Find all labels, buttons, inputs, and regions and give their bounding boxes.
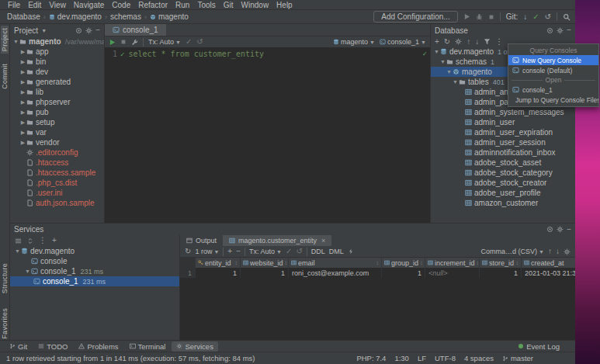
refresh-icon[interactable]: ↻ [444, 38, 450, 46]
inspections-ok-icon[interactable]: ✓ [423, 50, 427, 57]
grid-corner-cell[interactable] [180, 258, 196, 268]
tree-row-folder[interactable]: ▶app [10, 47, 104, 57]
chevron-collapsed-icon[interactable]: ▶ [19, 79, 26, 85]
popup-item-console-default[interactable]: console (Default) [508, 65, 598, 75]
chevron-expanded-icon[interactable]: ▼ [452, 79, 459, 85]
toolwindow-button-problems[interactable]: Problems [74, 341, 123, 352]
gear-icon[interactable] [557, 27, 564, 34]
tree-row-folder[interactable]: ▶phpserver [10, 97, 104, 107]
add-configuration-button[interactable]: Add Configuration... [373, 11, 457, 23]
cell-email[interactable]: roni_cost@example.com [289, 268, 382, 278]
menu-refactor[interactable]: Refactor [134, 0, 172, 10]
chevron-collapsed-icon[interactable]: ▶ [19, 130, 26, 136]
tx-mode-selector[interactable]: Tx: Auto ▼ [249, 248, 282, 255]
breadcrumb-database[interactable]: Database [5, 12, 43, 21]
indent-widget[interactable]: 4 spaces [464, 354, 494, 362]
cell-entity-id[interactable]: 1 [196, 268, 241, 278]
chevron-expanded-icon[interactable]: ▼ [446, 69, 453, 75]
column-header-email[interactable]: email↕ [289, 258, 382, 268]
toolwindow-button-todo[interactable]: TODO [33, 341, 72, 352]
tree-row-folder[interactable]: ▶var [10, 127, 104, 137]
debug-bug-icon[interactable] [476, 13, 483, 20]
console-switcher[interactable]: console_1 ▼ [380, 38, 426, 46]
column-header-increment-id[interactable]: increment_id↕ [425, 258, 480, 268]
bolt-icon[interactable] [348, 248, 354, 255]
git-update-icon[interactable]: ↓ [523, 13, 527, 21]
menu-window[interactable]: Window [238, 0, 273, 10]
delete-row-icon[interactable]: − [236, 248, 241, 255]
schema-switcher[interactable]: magento ▼ [333, 38, 375, 46]
toolwindow-button-services[interactable]: Services [172, 341, 217, 352]
reload-page-icon[interactable]: ↻ [185, 248, 191, 255]
code-area[interactable]: 1 ✓ select * from customer_entity ✓ [105, 47, 430, 59]
tree-row-folder[interactable]: ▶lib [10, 87, 104, 97]
page-size-selector[interactable]: 1 row ▼ [195, 248, 219, 255]
services-datasource-row[interactable]: ▼ dev.magento [10, 246, 179, 256]
chevron-collapsed-icon[interactable]: ▶ [19, 140, 26, 146]
tab-result-grid[interactable]: magento.customer_entity × [223, 235, 331, 246]
add-row-icon[interactable]: + [227, 248, 232, 255]
chevron-collapsed-icon[interactable]: ▶ [19, 49, 26, 55]
db-tree-table[interactable]: adobe_user_profile [431, 188, 575, 198]
execute-icon[interactable] [109, 39, 116, 46]
stop-icon[interactable] [488, 14, 494, 20]
column-header-website-id[interactable]: website_id↕ [241, 258, 289, 268]
gear-icon[interactable] [85, 27, 92, 34]
tree-row-folder[interactable]: ▶dev [10, 67, 104, 77]
menu-view[interactable]: View [45, 0, 70, 10]
chevron-collapsed-icon[interactable]: ▶ [19, 109, 26, 116]
toolwindow-button-commit[interactable]: Commit [1, 61, 9, 92]
row-number-cell[interactable]: 1 [180, 268, 196, 278]
db-tree-table[interactable]: adminnotification_inbox [431, 147, 575, 158]
db-tree-table[interactable]: admin_system_messages [431, 107, 575, 117]
column-header-group-id[interactable]: group_id↕ [382, 258, 425, 268]
breadcrumb-schemas[interactable]: schemas [108, 12, 144, 21]
chevron-collapsed-icon[interactable]: ▶ [19, 69, 26, 75]
import-icon[interactable]: ↓ [556, 248, 560, 255]
php-version-widget[interactable]: PHP: 7.4 [356, 354, 386, 362]
gear-icon[interactable] [564, 248, 571, 255]
new-datasource-icon[interactable]: + [435, 38, 439, 46]
collapse-icon[interactable]: ↓ [475, 38, 479, 46]
event-log-widget[interactable]: Event Log [518, 342, 560, 351]
more-options-icon[interactable]: ⋮ [495, 38, 503, 46]
chevron-collapsed-icon[interactable]: ▶ [19, 89, 26, 95]
locate-file-icon[interactable] [75, 27, 82, 34]
chevron-collapsed-icon[interactable]: ▶ [19, 99, 26, 106]
locate-icon[interactable] [546, 27, 553, 34]
chevron-expanded-icon[interactable]: ▼ [14, 248, 21, 254]
menu-run[interactable]: Run [172, 0, 193, 10]
db-tree-table[interactable]: adobe_stock_creator [431, 178, 575, 188]
db-tree-table[interactable]: amazon_customer [431, 198, 575, 208]
git-branch-widget[interactable]: master [502, 354, 533, 362]
editor-tab-console1[interactable]: console_1 [105, 24, 166, 36]
tx-mode-selector[interactable]: Tx: Auto ▼ [148, 38, 181, 46]
gear-icon[interactable] [557, 226, 564, 233]
menu-git[interactable]: Git [220, 0, 238, 10]
tree-row-file[interactable]: .htaccess.sample [10, 168, 104, 178]
tree-row-file[interactable]: .user.ini [10, 188, 104, 198]
tree-row-folder[interactable]: ▶bin [10, 57, 104, 67]
dml-button[interactable]: DML [329, 248, 344, 255]
popup-item-jump-to-files[interactable]: Jump to Query Console Files [508, 95, 598, 105]
add-service-icon[interactable]: + [52, 237, 57, 244]
sort-icon[interactable]: ↕ [285, 260, 288, 265]
tree-row-file[interactable]: auth.json.sample [10, 198, 104, 208]
tree-row-file[interactable]: .editorconfig [10, 147, 104, 158]
services-console-row[interactable]: console [10, 256, 179, 266]
menu-file[interactable]: File [4, 0, 24, 10]
line-ending-widget[interactable]: LF [418, 354, 426, 362]
sort-icon[interactable]: ↕ [376, 260, 380, 265]
tree-row-file[interactable]: .htaccess [10, 158, 104, 168]
git-rollback-icon[interactable]: ↺ [545, 13, 551, 21]
db-tree-table[interactable]: admin_user_session [431, 137, 575, 147]
db-tree-table[interactable]: admin_user [431, 117, 575, 127]
db-tree-table[interactable]: adobe_stock_asset [431, 158, 575, 168]
hide-panel-icon[interactable]: − [567, 226, 571, 234]
column-header-store-id[interactable]: store_id↕ [480, 258, 522, 268]
filter-funnel-icon[interactable] [484, 38, 491, 45]
chevron-collapsed-icon[interactable]: ▶ [19, 120, 26, 126]
toolwindow-button-project[interactable]: Project [1, 26, 9, 54]
locate-icon[interactable] [546, 226, 553, 233]
commit-tx-icon[interactable]: ✓ [186, 38, 192, 46]
